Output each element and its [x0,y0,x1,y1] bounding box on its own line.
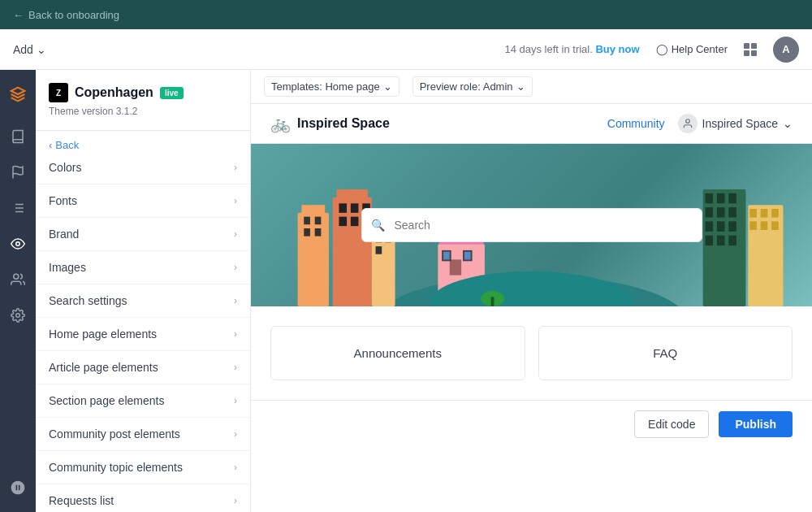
svg-point-8 [14,274,19,279]
edit-code-button[interactable]: Edit code [634,410,709,438]
bike-icon: 🚲 [270,114,291,133]
main-layout: Z Copenhagen live Theme version 3.1.2 ‹ … [0,70,812,512]
sidebar-book-icon[interactable] [3,122,32,151]
menu-item-community-post-elements[interactable]: Community post elements› [36,418,250,451]
category-grid: AnnouncementsFAQ [270,326,793,380]
back-to-onboarding[interactable]: ← Back to onboarding [13,9,119,21]
hero-search-container: 🔍 [361,208,702,242]
grid-dot-3 [744,50,749,56]
menu-item-article-page-elements[interactable]: Article page elements› [36,351,250,384]
publish-button[interactable]: Publish [719,411,793,437]
svg-rect-13 [301,205,325,216]
help-center-label: Help Center [672,43,728,55]
community-nav-link[interactable]: Community [607,117,665,130]
theme-panel: Z Copenhagen live Theme version 3.1.2 ‹ … [36,70,251,512]
menu-item-brand[interactable]: Brand› [36,218,250,251]
back-link[interactable]: ‹ Back [36,131,250,151]
menu-item-home-page-elements[interactable]: Home page elements› [36,318,250,351]
chevron-right-icon: › [234,295,237,306]
grid-dot-2 [751,43,757,49]
menu-item-section-page-elements[interactable]: Section page elements› [36,384,250,418]
sidebar-eye-icon[interactable] [3,229,32,258]
svg-rect-29 [376,246,382,254]
svg-rect-42 [728,236,736,245]
svg-rect-16 [304,228,310,236]
trial-text: 14 days left in trial. Buy now [504,43,639,55]
second-bar-right: 14 days left in trial. Buy now ◯ Help Ce… [504,37,799,63]
svg-rect-14 [304,217,310,225]
menu-item-fonts[interactable]: Fonts› [36,184,250,218]
preview-role-dropdown[interactable]: Preview role: Admin ⌄ [412,76,533,97]
menu-item-requests-list[interactable]: Requests list› [36,484,250,512]
hero-search-input[interactable] [361,208,702,242]
sidebar-flag-icon[interactable] [3,158,32,187]
svg-rect-38 [717,221,725,231]
left-sidebar [0,70,36,512]
sidebar-list-icon[interactable] [3,193,32,223]
svg-rect-24 [351,217,359,227]
chevron-right-icon: › [234,262,237,273]
apps-grid-button[interactable] [744,43,757,56]
svg-rect-33 [728,193,736,203]
preview-area: Templates: Home page ⌄ Preview role: Adm… [251,70,812,512]
preview-role-chevron-icon: ⌄ [516,80,525,93]
user-avatar[interactable]: A [773,37,799,63]
svg-rect-19 [337,189,368,201]
theme-name: Copenhagen [75,85,153,100]
user-nav-chevron-icon: ⌄ [783,117,793,130]
add-label: Add [13,43,33,56]
templates-dropdown[interactable]: Templates: Home page ⌄ [264,76,400,97]
chevron-right-icon: › [234,462,237,473]
svg-point-9 [16,314,20,318]
menu-item-community-topic-elements[interactable]: Community topic elements› [36,451,250,484]
chevron-right-icon: › [234,495,237,506]
svg-rect-23 [339,217,347,227]
svg-rect-32 [717,193,725,203]
svg-rect-55 [443,252,450,260]
sidebar-zendesk-icon[interactable] [3,473,32,502]
sidebar-gear-icon[interactable] [3,301,32,330]
category-card-announcements[interactable]: Announcements [270,326,525,380]
chevron-right-icon: › [234,395,237,406]
templates-label: Templates: Home page [271,80,380,93]
sidebar-users-icon[interactable] [3,265,32,294]
site-logo: 🚲 Inspired Space [270,114,390,133]
back-arrow-icon: ← [13,9,24,21]
chevron-right-icon: › [234,228,237,240]
svg-rect-39 [728,221,736,231]
top-bar: ← Back to onboarding [0,0,812,29]
chevron-right-icon: › [234,195,237,206]
help-center-button[interactable]: ◯ Help Center [656,43,728,55]
menu-item-search-settings[interactable]: Search settings› [36,284,250,318]
svg-rect-49 [771,221,779,230]
svg-rect-40 [706,236,714,245]
user-nav-label: Inspired Space [702,117,778,130]
second-bar: Add ⌄ 14 days left in trial. Buy now ◯ H… [0,29,812,70]
category-section: AnnouncementsFAQ [251,306,812,400]
grid-dot-1 [744,43,749,49]
site-nav: Community Inspired Space ⌄ [607,114,793,133]
svg-rect-43 [748,205,783,306]
second-bar-left: Add ⌄ [13,43,46,56]
buy-now-link[interactable]: Buy now [595,43,639,55]
add-chevron-icon: ⌄ [37,43,46,56]
menu-item-images[interactable]: Images› [36,251,250,284]
add-button[interactable]: Add ⌄ [13,43,46,56]
user-nav[interactable]: Inspired Space ⌄ [678,114,793,133]
theme-version: Theme version 3.1.2 [49,106,237,117]
preview-toolbar: Templates: Home page ⌄ Preview role: Adm… [251,70,812,104]
hero-banner: 🔍 [251,144,812,306]
category-card-faq[interactable]: FAQ [538,326,793,380]
svg-rect-59 [491,297,495,306]
chevron-right-icon: › [234,362,237,373]
sidebar-home-icon[interactable] [3,80,32,109]
theme-title-row: Z Copenhagen live [49,83,237,102]
svg-rect-48 [761,221,768,230]
back-to-onboarding-label: Back to onboarding [28,9,119,21]
chevron-right-icon: › [234,162,237,173]
svg-rect-17 [315,228,322,236]
help-icon: ◯ [656,43,668,55]
menu-item-colors[interactable]: Colors› [36,151,250,184]
svg-rect-46 [771,209,779,218]
svg-rect-30 [703,189,746,306]
